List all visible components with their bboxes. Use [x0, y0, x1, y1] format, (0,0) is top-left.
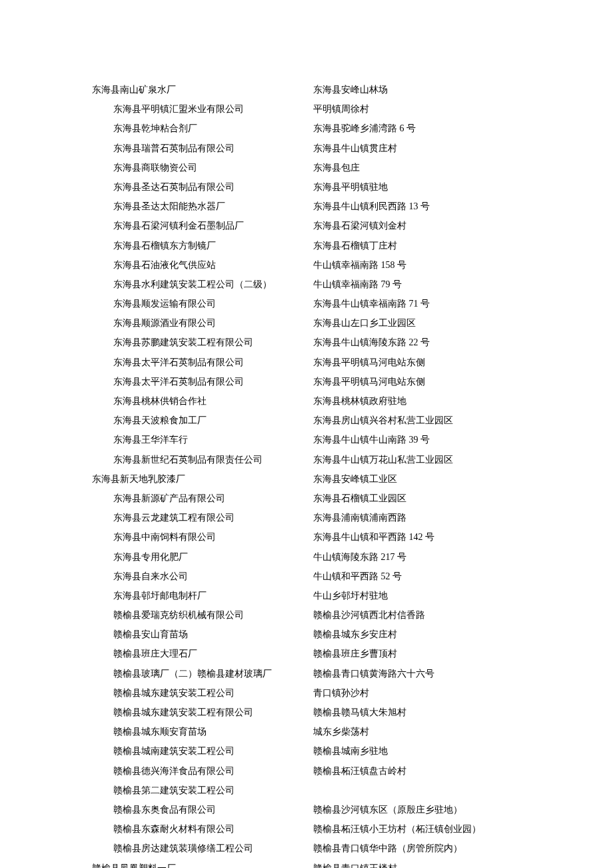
company-name-cell: 赣榆县爱瑞克纺织机械有限公司: [27, 605, 306, 625]
company-name-cell: 东海县新天地乳胶漆厂: [27, 469, 306, 489]
company-name-cell: 赣榆县房达建筑装璜修缮工程公司: [27, 839, 306, 858]
address-cell: 东海县牛山镇利民西路 13 号: [306, 197, 586, 216]
address-cell: 东海县石榴镇丁庄村: [306, 236, 586, 255]
company-name-cell: 东海县石油液化气供应站: [27, 255, 306, 275]
table-row: 东海县石梁河镇利金石墨制品厂东海县石梁河镇刘金村: [27, 216, 586, 235]
address-cell: 东海县驼峰乡浦湾路 6 号: [306, 119, 586, 138]
company-name-cell: 赣榆县城南建筑安装工程公司: [27, 741, 306, 761]
company-name-cell: 东海县石梁河镇利金石墨制品厂: [27, 216, 306, 235]
table-row: 东海县石榴镇东方制镜厂东海县石榴镇丁庄村: [27, 236, 586, 255]
company-name-cell: 赣榆县凤凰塑料一厂: [27, 859, 306, 869]
company-address-table: 东海县南山矿泉水厂东海县安峰山林场东海县平明镇汇盟米业有限公司平明镇周徐村东海县…: [27, 80, 586, 868]
table-row: 东海县太平洋石英制品有限公司东海县平明镇马河电站东侧: [27, 353, 586, 372]
address-cell: 东海县桃林镇政府驻地: [306, 391, 586, 411]
company-name-cell: 东海县圣达太阳能热水器厂: [27, 197, 306, 216]
table-row: 赣榆县德兴海洋食品有限公司赣榆县柘汪镇盘古岭村: [27, 761, 586, 781]
table-row: 东海县顺源酒业有限公司东海县山左口乡工业园区: [27, 313, 586, 333]
company-name-cell: 东海县新源矿产品有限公司: [27, 489, 306, 508]
company-name-cell: 赣榆县安山育苗场: [27, 625, 306, 644]
table-row: 东海县商联物资公司东海县包庄: [27, 158, 586, 177]
company-name-cell: 东海县瑞普石英制品有限公司: [27, 139, 306, 158]
address-cell: 东海县房山镇兴谷村私营工业园区: [306, 411, 586, 430]
table-row: 东海县石油液化气供应站牛山镇幸福南路 158 号: [27, 255, 586, 275]
company-name-cell: 东海县平明镇汇盟米业有限公司: [27, 99, 306, 119]
company-name-cell: 赣榆县第二建筑安装工程公司: [27, 781, 306, 800]
table-row: 东海县平明镇汇盟米业有限公司平明镇周徐村: [27, 99, 586, 119]
address-cell: 东海县牛山镇万花山私营工业园区: [306, 450, 586, 469]
company-name-cell: 东海县顺发运输有限公司: [27, 294, 306, 313]
company-name-cell: 赣榆县玻璃厂（二）赣榆县建材玻璃厂: [27, 664, 306, 683]
address-cell: 赣榆县沙河镇西北村信香路: [306, 605, 586, 625]
address-cell: 东海县浦南镇浦南西路: [306, 508, 586, 527]
company-name-cell: 东海县邨圩邮电制杆厂: [27, 586, 306, 605]
address-cell: 东海县山左口乡工业园区: [306, 313, 586, 333]
address-cell: 赣榆县柘汪镇小王坊村（柘汪镇创业园）: [306, 819, 586, 839]
table-row: 赣榆县城东建筑安装工程有限公司赣榆县赣马镇大朱旭村: [27, 703, 586, 722]
address-cell: [306, 781, 586, 800]
address-cell: 东海县安峰镇工业区: [306, 469, 586, 489]
table-row: 东海县邨圩邮电制杆厂牛山乡邨圩村驻地: [27, 586, 586, 605]
table-row: 赣榆县城南建筑安装工程公司赣榆县城南乡驻地: [27, 741, 586, 761]
table-row: 赣榆县东森耐火材料有限公司赣榆县柘汪镇小王坊村（柘汪镇创业园）: [27, 819, 586, 839]
table-row: 东海县苏鹏建筑安装工程有限公司东海县牛山镇海陵东路 22 号: [27, 333, 586, 352]
address-cell: 东海县平明镇马河电站东侧: [306, 372, 586, 391]
table-row: 东海县顺发运输有限公司东海县牛山镇幸福南路 71 号: [27, 294, 586, 313]
address-cell: 东海县平明镇驻地: [306, 177, 586, 197]
company-name-cell: 赣榆县班庄大理石厂: [27, 644, 306, 663]
company-name-cell: 东海县乾坤粘合剂厂: [27, 119, 306, 138]
company-name-cell: 东海县圣达石英制品有限公司: [27, 177, 306, 197]
company-name-cell: 东海县南山矿泉水厂: [27, 80, 306, 99]
table-row: 赣榆县城东建筑安装工程公司青口镇孙沙村: [27, 683, 586, 703]
table-row: 赣榆县爱瑞克纺织机械有限公司赣榆县沙河镇西北村信香路: [27, 605, 586, 625]
table-row: 东海县自来水公司牛山镇和平西路 52 号: [27, 567, 586, 586]
table-row: 东海县中南饲料有限公司东海县牛山镇和平西路 142 号: [27, 527, 586, 547]
company-name-cell: 东海县专用化肥厂: [27, 547, 306, 567]
table-row: 东海县乾坤粘合剂厂东海县驼峰乡浦湾路 6 号: [27, 119, 586, 138]
table-row: 赣榆县玻璃厂（二）赣榆县建材玻璃厂赣榆县青口镇黄海路六十六号: [27, 664, 586, 683]
table-row: 赣榆县班庄大理石厂赣榆县班庄乡曹顶村: [27, 644, 586, 663]
table-row: 东海县王华洋车行东海县牛山镇牛山南路 39 号: [27, 430, 586, 449]
company-name-cell: 赣榆县城东顺安育苗场: [27, 722, 306, 741]
address-cell: 牛山镇海陵东路 217 号: [306, 547, 586, 567]
company-name-cell: 赣榆县城东建筑安装工程有限公司: [27, 703, 306, 722]
address-cell: 东海县包庄: [306, 158, 586, 177]
table-row: 赣榆县东奥食品有限公司赣榆县沙河镇东区（原殷庄乡驻地）: [27, 800, 586, 819]
address-cell: 东海县石榴镇工业园区: [306, 489, 586, 508]
address-cell: 东海县平明镇马河电站东侧: [306, 353, 586, 372]
company-name-cell: 东海县水利建筑安装工程公司（二级）: [27, 275, 306, 294]
address-cell: 东海县牛山镇牛山南路 39 号: [306, 430, 586, 449]
table-row: 赣榆县凤凰塑料一厂赣榆县青口镇王楼村: [27, 859, 586, 869]
address-cell: 东海县牛山镇和平西路 142 号: [306, 527, 586, 547]
address-cell: 东海县牛山镇贯庄村: [306, 139, 586, 158]
address-cell: 青口镇孙沙村: [306, 683, 586, 703]
address-cell: 城东乡柴荡村: [306, 722, 586, 741]
company-name-cell: 赣榆县东森耐火材料有限公司: [27, 819, 306, 839]
company-name-cell: 东海县石榴镇东方制镜厂: [27, 236, 306, 255]
company-name-cell: 赣榆县城东建筑安装工程公司: [27, 683, 306, 703]
table-row: 东海县水利建筑安装工程公司（二级）牛山镇幸福南路 79 号: [27, 275, 586, 294]
address-cell: 牛山镇幸福南路 158 号: [306, 255, 586, 275]
company-name-cell: 东海县云龙建筑工程有限公司: [27, 508, 306, 527]
address-cell: 赣榆县班庄乡曹顶村: [306, 644, 586, 663]
table-row: 东海县新源矿产品有限公司东海县石榴镇工业园区: [27, 489, 586, 508]
company-name-cell: 东海县桃林供销合作社: [27, 391, 306, 411]
address-cell: 平明镇周徐村: [306, 99, 586, 119]
table-row: 赣榆县房达建筑装璜修缮工程公司赣榆县青口镇华中路（房管所院内）: [27, 839, 586, 858]
address-cell: 赣榆县赣马镇大朱旭村: [306, 703, 586, 722]
company-name-cell: 东海县商联物资公司: [27, 158, 306, 177]
address-cell: 东海县牛山镇海陵东路 22 号: [306, 333, 586, 352]
company-name-cell: 东海县自来水公司: [27, 567, 306, 586]
table-row: 东海县新世纪石英制品有限责任公司东海县牛山镇万花山私营工业园区: [27, 450, 586, 469]
company-name-cell: 东海县中南饲料有限公司: [27, 527, 306, 547]
table-row: 东海县专用化肥厂牛山镇海陵东路 217 号: [27, 547, 586, 567]
address-cell: 东海县石梁河镇刘金村: [306, 216, 586, 235]
company-name-cell: 赣榆县东奥食品有限公司: [27, 800, 306, 819]
address-cell: 赣榆县青口镇王楼村: [306, 859, 586, 869]
table-row: 赣榆县安山育苗场赣榆县城东乡安庄村: [27, 625, 586, 644]
company-name-cell: 东海县王华洋车行: [27, 430, 306, 449]
table-row: 东海县圣达石英制品有限公司东海县平明镇驻地: [27, 177, 586, 197]
address-cell: 赣榆县青口镇华中路（房管所院内）: [306, 839, 586, 858]
table-row: 东海县新天地乳胶漆厂东海县安峰镇工业区: [27, 469, 586, 489]
table-row: 东海县桃林供销合作社东海县桃林镇政府驻地: [27, 391, 586, 411]
company-name-cell: 东海县顺源酒业有限公司: [27, 313, 306, 333]
